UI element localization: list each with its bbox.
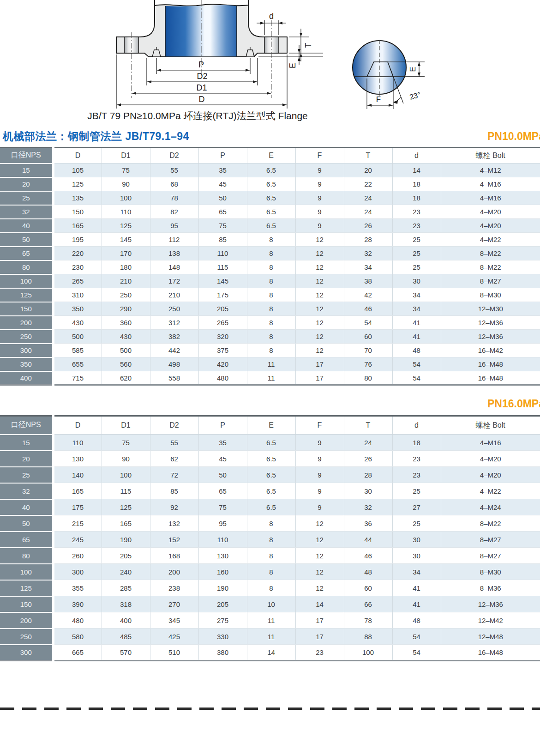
value-cell: 150	[53, 205, 102, 219]
value-cell: 8–M27	[441, 274, 540, 288]
table-row: 2513510078506.5924184–M16	[0, 191, 540, 205]
pressure-badge-pn10: PN10.0MPa	[487, 130, 540, 143]
header-cell: 螺栓 Bolt	[441, 148, 540, 163]
value-cell: 30	[392, 548, 441, 564]
header-cell: d	[392, 416, 441, 435]
page-title: 机械部法兰：钢制管法兰 JB/T79.1–94	[3, 129, 189, 144]
value-cell: 23	[392, 219, 441, 233]
value-cell: 14	[295, 596, 344, 612]
header-cell: E	[247, 148, 295, 163]
value-cell: 500	[102, 344, 150, 357]
table-row: 8023018014811581234258–M22	[0, 260, 540, 274]
value-cell: 12–M42	[441, 612, 540, 629]
table-row: 8026020516813081246308–M27	[0, 548, 540, 564]
value-cell: 16–M42	[441, 344, 540, 357]
value-cell: 6.5	[247, 163, 295, 177]
value-cell: 11	[247, 612, 295, 629]
value-cell: 48	[392, 344, 441, 357]
value-cell: 30	[344, 483, 392, 499]
value-cell: 17	[295, 357, 344, 371]
value-cell: 138	[150, 247, 198, 260]
value-cell: 6.5	[247, 177, 295, 191]
header-cell: F	[295, 148, 344, 163]
nps-cell: 125	[0, 580, 53, 596]
value-cell: 110	[198, 247, 247, 260]
nps-cell: 80	[0, 548, 53, 564]
value-cell: 65	[198, 205, 247, 219]
nps-cell: 15	[0, 435, 53, 451]
value-cell: 46	[344, 302, 392, 316]
value-cell: 210	[150, 288, 198, 302]
value-cell: 152	[150, 532, 198, 548]
value-cell: 4–M22	[441, 483, 540, 499]
dim-label-d-small: d	[269, 12, 274, 21]
value-cell: 18	[392, 177, 441, 191]
value-cell: 75	[198, 219, 247, 233]
value-cell: 82	[150, 205, 198, 219]
nps-cell: 25	[0, 467, 53, 483]
value-cell: 30	[392, 532, 441, 548]
value-cell: 430	[53, 316, 102, 330]
value-cell: 6.5	[247, 191, 295, 205]
nps-cell: 200	[0, 612, 53, 629]
flange-drawing: P D2 D1 D d T E E 23°	[0, 0, 540, 124]
value-cell: 270	[150, 596, 198, 612]
header-cell: E	[247, 416, 295, 435]
value-cell: 8–M30	[441, 564, 540, 580]
value-cell: 17	[295, 629, 344, 645]
value-cell: 312	[150, 316, 198, 330]
value-cell: 41	[392, 330, 441, 344]
header-cell: 螺栓 Bolt	[441, 416, 540, 435]
value-cell: 250	[102, 288, 150, 302]
value-cell: 145	[198, 274, 247, 288]
value-cell: 78	[150, 191, 198, 205]
value-cell: 26	[344, 219, 392, 233]
nps-cell: 15	[0, 163, 53, 177]
value-cell: 34	[392, 302, 441, 316]
value-cell: 12	[295, 344, 344, 357]
value-cell: 25	[392, 233, 441, 247]
value-cell: 6.5	[247, 467, 295, 483]
value-cell: 14	[392, 163, 441, 177]
value-cell: 11	[247, 371, 295, 385]
value-cell: 165	[53, 219, 102, 233]
nps-cell: 65	[0, 532, 53, 548]
value-cell: 170	[102, 247, 150, 260]
value-cell: 4–M20	[441, 219, 540, 233]
value-cell: 68	[150, 177, 198, 191]
value-cell: 620	[102, 371, 150, 385]
value-cell: 25	[392, 515, 441, 532]
value-cell: 25	[392, 247, 441, 260]
value-cell: 8	[247, 316, 295, 330]
value-cell: 665	[53, 645, 102, 661]
value-cell: 480	[198, 371, 247, 385]
value-cell: 210	[102, 274, 150, 288]
nps-cell: 200	[0, 316, 53, 330]
value-cell: 32	[344, 499, 392, 515]
value-cell: 220	[53, 247, 102, 260]
nps-cell: 250	[0, 330, 53, 344]
table-row: 151107555356.5924184–M16	[0, 435, 540, 451]
header-cell: D1	[102, 148, 150, 163]
value-cell: 318	[102, 596, 150, 612]
value-cell: 9	[295, 499, 344, 515]
table-row: 201309062456.5926234–M20	[0, 451, 540, 467]
table-row: 1503903182702051014664112–M36	[0, 596, 540, 612]
value-cell: 60	[344, 580, 392, 596]
table-row: 4017512592756.5932274–M24	[0, 499, 540, 515]
nps-cell: 400	[0, 371, 53, 385]
value-cell: 30	[392, 274, 441, 288]
value-cell: 8–M27	[441, 548, 540, 564]
value-cell: 54	[392, 629, 441, 645]
value-cell: 41	[392, 580, 441, 596]
value-cell: 110	[53, 435, 102, 451]
table-row: 10030024020016081248348–M30	[0, 564, 540, 580]
nps-cell: 125	[0, 288, 53, 302]
value-cell: 54	[392, 371, 441, 385]
value-cell: 420	[198, 357, 247, 371]
value-cell: 500	[53, 330, 102, 344]
value-cell: 238	[150, 580, 198, 596]
value-cell: 36	[344, 515, 392, 532]
value-cell: 180	[102, 260, 150, 274]
value-cell: 25	[392, 260, 441, 274]
